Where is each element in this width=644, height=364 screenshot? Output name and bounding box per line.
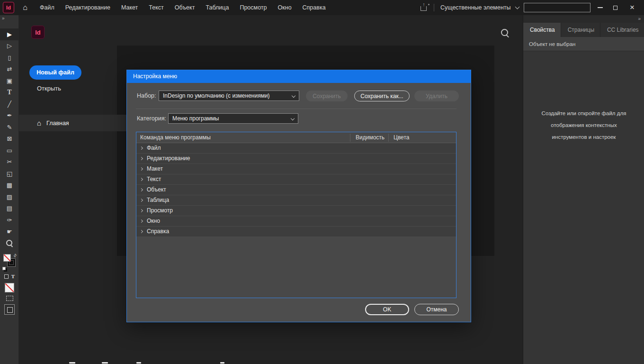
table-row[interactable]: Окно — [136, 216, 456, 227]
app-logo-icon: Id — [3, 2, 14, 13]
pencil-tool-icon: ✎ — [7, 124, 12, 131]
workspace-switcher[interactable]: Существенные элементы — [440, 0, 519, 15]
default-fill-stroke-icon[interactable] — [2, 267, 6, 270]
open-button[interactable]: Открыть — [37, 85, 61, 92]
menu-file[interactable]: Файл — [40, 0, 54, 15]
type-tool-icon: T — [7, 89, 11, 96]
table-row[interactable]: Просмотр — [136, 206, 456, 216]
page-tool[interactable]: ▯ — [0, 52, 19, 64]
restore-button[interactable] — [608, 0, 622, 15]
table-row[interactable]: Макет — [136, 164, 456, 174]
cancel-button[interactable]: Отмена — [414, 304, 459, 315]
scissors-tool[interactable]: ✂ — [0, 156, 19, 168]
new-file-button[interactable]: Новый файл — [29, 65, 81, 80]
tab-pages[interactable]: Страницы — [561, 23, 600, 37]
expand-chevron-icon[interactable] — [140, 199, 143, 202]
table-row-label: Файл — [147, 143, 161, 153]
dialog-titlebar[interactable]: Настройка меню — [127, 70, 471, 83]
formatting-container-icon[interactable] — [4, 274, 9, 279]
tools-list: ▶ ▷ ▯ ⇄ ▣ T ╱ ✒ ✎ ⊠ ▭ ✂ ◱ ▩ ▨ ▤ ✑ ☛ — [0, 28, 19, 249]
table-row[interactable]: Справка — [136, 227, 456, 237]
menu-type[interactable]: Текст — [149, 0, 163, 15]
table-row[interactable]: Редактирование — [136, 154, 456, 164]
menu-layout[interactable]: Макет — [121, 0, 138, 15]
rectangle-frame-tool[interactable]: ⊠ — [0, 133, 19, 145]
pencil-tool[interactable]: ✎ — [0, 121, 19, 133]
dialog-divider — [136, 109, 456, 109]
selection-tool[interactable]: ▶ — [0, 28, 19, 40]
category-label: Категория: — [137, 113, 166, 124]
menu-command-table: Команда меню программы Видимость Цвета Ф… — [136, 132, 456, 298]
expand-chevron-icon[interactable] — [140, 230, 143, 233]
expand-chevron-icon[interactable] — [140, 209, 143, 212]
type-tool[interactable]: T — [0, 87, 19, 99]
pen-tool[interactable]: ✒ — [0, 110, 19, 122]
save-as-button[interactable]: Сохранить как... — [354, 91, 410, 101]
set-dropdown[interactable]: InDesign по умолчанию (с изменениями) — [159, 91, 299, 101]
home-icon[interactable] — [20, 0, 30, 15]
table-row[interactable]: Объект — [136, 185, 456, 195]
share-icon[interactable] — [418, 0, 430, 15]
expand-chevron-icon[interactable] — [140, 178, 143, 181]
close-button[interactable] — [624, 0, 640, 15]
note-tool[interactable]: ▤ — [0, 203, 19, 215]
collapse-panel-chevron-icon[interactable] — [638, 15, 641, 22]
color-theme-tool[interactable]: ✑ — [0, 214, 19, 226]
table-row-label: Просмотр — [147, 206, 173, 216]
gap-tool-icon: ⇄ — [7, 65, 12, 73]
rectangle-tool[interactable]: ▭ — [0, 145, 19, 156]
expand-chevron-icon[interactable] — [140, 157, 143, 160]
content-collector-tool[interactable]: ▣ — [0, 75, 19, 87]
ok-button[interactable]: OK — [365, 304, 409, 315]
table-row[interactable]: Текст — [136, 174, 456, 185]
zoom-tool[interactable] — [0, 237, 19, 249]
gradient-feather-tool[interactable]: ▨ — [0, 191, 19, 203]
column-separator — [388, 134, 389, 142]
tab-properties[interactable]: Свойства — [523, 23, 561, 37]
save-button[interactable]: Сохранить — [306, 91, 348, 101]
search-icon[interactable] — [500, 28, 510, 38]
hand-tool[interactable]: ☛ — [0, 226, 19, 238]
menu-object[interactable]: Объект — [175, 0, 195, 15]
fill-color-swatch[interactable] — [3, 254, 11, 262]
line-tool[interactable]: ╱ — [0, 98, 19, 110]
sidebar-item-home[interactable]: Главная — [19, 115, 135, 131]
collapse-tools-chevron-icon[interactable] — [2, 16, 5, 21]
minimize-button[interactable] — [593, 0, 607, 15]
fill-stroke-swatches[interactable] — [2, 253, 17, 270]
direct-selection-tool-icon: ▷ — [7, 42, 12, 49]
set-label: Набор: — [137, 91, 156, 101]
selection-status: Объект не выбран — [523, 37, 644, 51]
menu-help[interactable]: Справка — [303, 0, 326, 15]
table-row-label: Окно — [147, 216, 160, 226]
formatting-text-icon[interactable] — [11, 273, 15, 280]
gradient-swatch-tool[interactable]: ▩ — [0, 180, 19, 191]
application-titlebar: Id Файл Редактирование Макет Текст Объек… — [0, 0, 644, 15]
free-transform-tool[interactable]: ◱ — [0, 168, 19, 180]
apply-none-swatch[interactable] — [5, 283, 14, 292]
gap-tool[interactable]: ⇄ — [0, 64, 19, 75]
delete-button[interactable]: Удалить — [414, 91, 459, 101]
color-theme-tool-icon: ✑ — [7, 217, 12, 224]
swap-fill-stroke-icon[interactable] — [12, 253, 18, 258]
table-row[interactable]: Таблица — [136, 195, 456, 206]
frame-edges-icon[interactable] — [6, 296, 13, 301]
direct-selection-tool[interactable]: ▷ — [0, 40, 19, 52]
color-controls — [0, 253, 19, 315]
pen-tool-icon: ✒ — [7, 112, 12, 119]
menu-table[interactable]: Таблица — [206, 0, 229, 15]
tab-cc-libraries[interactable]: CC Libraries — [600, 23, 644, 37]
titlebar-search-input[interactable] — [524, 3, 590, 12]
table-row-label: Редактирование — [147, 154, 190, 164]
expand-chevron-icon[interactable] — [140, 219, 143, 223]
expand-chevron-icon[interactable] — [140, 146, 143, 150]
category-dropdown[interactable]: Меню программы — [168, 113, 298, 124]
expand-chevron-icon[interactable] — [140, 167, 143, 171]
table-row[interactable]: Файл — [136, 143, 456, 154]
scissors-tool-icon: ✂ — [7, 158, 12, 165]
menu-window[interactable]: Окно — [278, 0, 292, 15]
menu-view[interactable]: Просмотр — [240, 0, 267, 15]
screen-mode-button[interactable] — [4, 304, 15, 315]
menu-edit[interactable]: Редактирование — [65, 0, 110, 15]
expand-chevron-icon[interactable] — [140, 188, 143, 191]
